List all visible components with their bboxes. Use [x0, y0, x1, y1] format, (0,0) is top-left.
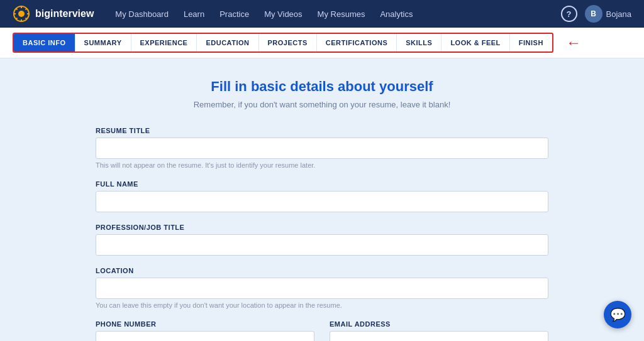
resume-title-input[interactable] [96, 138, 548, 159]
tab-education[interactable]: EDUCATION [197, 34, 258, 51]
form-group-location: LOCATION You can leave this empty if you… [96, 267, 548, 309]
top-nav: biginterview My Dashboard Learn Practice… [0, 0, 644, 28]
tab-experience[interactable]: EXPERIENCE [131, 34, 197, 51]
arrow-indicator: ← [566, 35, 581, 50]
nav-analytics[interactable]: Analytics [380, 9, 413, 19]
tab-projects[interactable]: PROJECTS [259, 34, 317, 51]
svg-line-8 [26, 9, 27, 10]
email-input[interactable] [330, 331, 548, 341]
tab-summary[interactable]: SUMMARY [75, 34, 131, 51]
label-phone: PHONE NUMBER [96, 320, 314, 328]
label-resume-title: RESUME TITLE [96, 127, 548, 134]
tab-skills[interactable]: SKILLS [397, 34, 441, 51]
form-group-resume-title: RESUME TITLE This will not appear on the… [96, 127, 548, 169]
label-profession: PROFESSION/JOB TITLE [96, 224, 548, 231]
form-group-full-name: FULL NAME [96, 180, 548, 212]
tabs-bar-wrapper: BASIC INFO SUMMARY EXPERIENCE EDUCATION … [0, 28, 644, 58]
main-content: Fill in basic details about yourself Rem… [83, 58, 561, 341]
tab-certifications[interactable]: CERTIFICATIONS [317, 34, 397, 51]
svg-line-6 [16, 9, 18, 10]
logo-icon [13, 5, 30, 23]
label-email: EMAIL ADDRESS [330, 320, 548, 328]
form-group-phone: PHONE NUMBER [96, 320, 314, 341]
profession-input[interactable] [96, 234, 548, 256]
help-button[interactable]: ? [561, 6, 577, 22]
svg-point-1 [18, 11, 25, 17]
hint-resume-title: This will not appear on the resume. It's… [96, 161, 548, 169]
nav-my-resumes[interactable]: My Resumes [318, 9, 365, 19]
form-row-phone-email: PHONE NUMBER EMAIL ADDRESS [96, 320, 548, 341]
brand-name: biginterview [35, 8, 94, 19]
user-menu[interactable]: B Bojana [585, 5, 631, 23]
svg-line-7 [26, 18, 27, 19]
form-group-email: EMAIL ADDRESS [330, 320, 548, 341]
tab-finish[interactable]: FINISH [510, 34, 552, 51]
tab-look-feel[interactable]: LOOK & FEEL [441, 34, 509, 51]
page-title: Fill in basic details about yourself [96, 78, 548, 95]
avatar: B [585, 5, 602, 23]
nav-right: ? B Bojana [561, 5, 631, 23]
phone-input[interactable] [96, 331, 314, 341]
label-full-name: FULL NAME [96, 180, 548, 188]
brand-logo[interactable]: biginterview [13, 5, 94, 23]
form-group-profession: PROFESSION/JOB TITLE [96, 224, 548, 256]
nav-learn[interactable]: Learn [184, 9, 204, 19]
tabs-bar: BASIC INFO SUMMARY EXPERIENCE EDUCATION … [13, 33, 553, 53]
username: Bojana [606, 9, 631, 19]
chat-button[interactable]: 💬 [604, 301, 631, 328]
location-input[interactable] [96, 278, 548, 299]
hint-location: You can leave this empty if you don't wa… [96, 301, 548, 309]
svg-line-9 [16, 18, 18, 19]
page-subtitle: Remember, if you don't want something on… [96, 100, 548, 109]
nav-my-videos[interactable]: My Videos [264, 9, 302, 19]
nav-practice[interactable]: Practice [219, 9, 249, 19]
chat-icon: 💬 [610, 307, 626, 322]
form-section: RESUME TITLE This will not appear on the… [96, 127, 548, 341]
full-name-input[interactable] [96, 191, 548, 212]
tab-basic-info[interactable]: BASIC INFO [14, 34, 75, 51]
nav-my-dashboard[interactable]: My Dashboard [115, 9, 169, 19]
label-location: LOCATION [96, 267, 548, 274]
